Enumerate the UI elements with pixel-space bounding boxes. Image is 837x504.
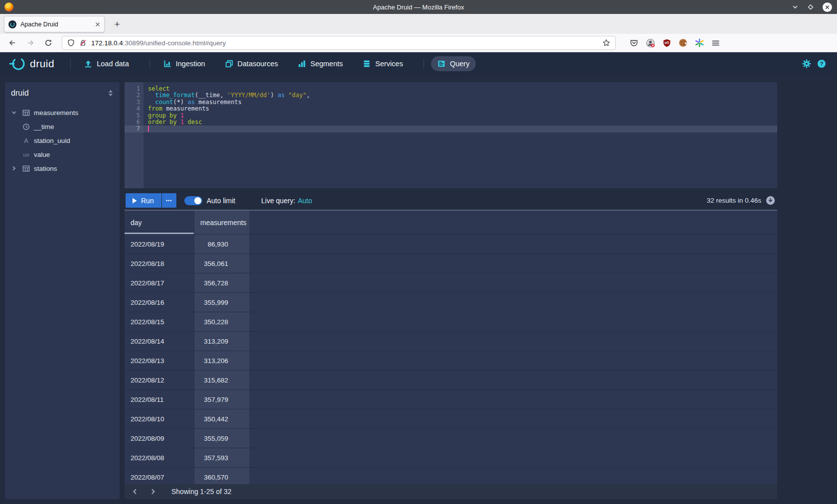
reload-icon[interactable] <box>41 36 56 50</box>
live-query-value[interactable]: Auto <box>298 197 312 205</box>
previous-page-icon[interactable] <box>128 484 142 499</box>
table-row[interactable]: 2022/08/17356,728 <box>125 273 777 293</box>
cell-measurements[interactable]: 313,209 <box>194 332 250 351</box>
cell-day[interactable]: 2022/08/17 <box>125 273 194 292</box>
nav-datasources[interactable]: Datasources <box>219 56 284 71</box>
code-line[interactable]: select <box>143 86 777 92</box>
ublock-origin-icon[interactable]: uO <box>663 39 671 47</box>
cell-measurements[interactable]: 86,930 <box>194 235 250 253</box>
table-row[interactable]: 2022/08/14313,209 <box>125 332 777 351</box>
cell-measurements[interactable]: 315,682 <box>194 371 250 389</box>
tree-item-stations[interactable]: stations <box>5 161 120 175</box>
settings-gear-icon[interactable] <box>799 56 814 71</box>
shield-icon[interactable] <box>67 39 75 47</box>
menu-hamburger-icon[interactable] <box>711 39 720 47</box>
sparkle-extension-icon[interactable] <box>695 38 704 47</box>
cell-day[interactable]: 2022/08/11 <box>125 390 194 409</box>
chevron-right-icon[interactable] <box>10 164 18 172</box>
table-row[interactable]: 2022/08/08357,593 <box>125 448 777 468</box>
code-line[interactable] <box>143 126 777 132</box>
table-row[interactable]: 2022/08/16355,999 <box>125 293 777 312</box>
table-row[interactable]: 2022/08/13313,206 <box>125 351 777 371</box>
close-tab-icon[interactable] <box>95 22 100 27</box>
tree-item-measurements[interactable]: measurements <box>5 106 120 120</box>
forward-icon[interactable] <box>23 36 38 50</box>
pocket-icon[interactable] <box>630 39 638 47</box>
table-row[interactable]: 2022/08/15350,228 <box>125 312 777 332</box>
cell-day[interactable]: 2022/08/14 <box>125 332 194 351</box>
cell-measurements[interactable]: 313,206 <box>194 351 250 370</box>
column-header-measurements[interactable]: measurements <box>194 211 250 234</box>
code-line[interactable]: count(*) as measurements <box>143 99 777 106</box>
cell-day[interactable]: 2022/08/15 <box>125 312 194 331</box>
chevron-down-icon[interactable] <box>10 109 18 117</box>
row-filler <box>250 351 777 370</box>
run-more-button[interactable]: ••• <box>162 193 176 208</box>
next-page-icon[interactable] <box>145 484 160 499</box>
cell-measurements[interactable]: 356,728 <box>194 273 250 292</box>
run-button[interactable]: Run <box>126 193 161 208</box>
column-header-day[interactable]: day <box>125 211 194 234</box>
table-row[interactable]: 2022/08/12315,682 <box>125 371 777 390</box>
nav-segments[interactable]: Segments <box>291 56 349 71</box>
code-line[interactable]: group by 1 <box>143 113 777 119</box>
table-row[interactable]: 2022/08/09355,059 <box>125 429 777 448</box>
results-table: day measurements 2022/08/1986,9302022/08… <box>125 211 777 499</box>
cell-day[interactable]: 2022/08/18 <box>125 254 194 273</box>
cell-measurements[interactable]: 355,059 <box>194 429 250 448</box>
help-icon[interactable]: ? <box>814 56 829 71</box>
download-results-icon[interactable] <box>766 196 775 205</box>
cell-day[interactable]: 2022/08/13 <box>125 351 194 370</box>
cell-day[interactable]: 2022/08/08 <box>125 448 194 467</box>
cell-day[interactable]: 2022/08/09 <box>125 429 194 448</box>
row-filler <box>250 273 777 292</box>
cell-measurements[interactable]: 350,442 <box>194 409 250 428</box>
minimize-icon[interactable] <box>792 3 799 10</box>
cell-day[interactable]: 2022/08/12 <box>125 371 194 389</box>
datasources-icon <box>225 60 233 68</box>
schema-select-caret-icon[interactable] <box>108 90 114 97</box>
tree-item-value[interactable]: 123 value <box>5 147 120 161</box>
back-icon[interactable] <box>5 36 20 50</box>
cell-measurements[interactable]: 357,593 <box>194 448 250 467</box>
nav-load-data[interactable]: Load data <box>78 56 136 71</box>
nav-label: Services <box>375 60 403 68</box>
nav-label: Load data <box>97 60 129 68</box>
cell-measurements[interactable]: 356,061 <box>194 254 250 273</box>
cookie-extension-icon[interactable] <box>679 38 688 47</box>
nav-services[interactable]: Services <box>356 56 410 71</box>
code-line[interactable]: order by 1 desc <box>143 119 777 126</box>
tree-label: __time <box>34 123 54 130</box>
row-filler <box>250 429 777 448</box>
cell-day[interactable]: 2022/08/19 <box>125 235 194 253</box>
url-text[interactable]: 172.18.0.4:30899/unified-console.html#qu… <box>91 39 598 47</box>
maximize-icon[interactable] <box>807 3 814 10</box>
sql-editor[interactable]: 1234567 select time_format(__time, 'YYYY… <box>125 82 777 188</box>
table-row[interactable]: 2022/08/18356,061 <box>125 254 777 273</box>
cell-measurements[interactable]: 357,979 <box>194 390 250 409</box>
cell-day[interactable]: 2022/08/16 <box>125 293 194 312</box>
auto-limit-toggle[interactable] <box>184 196 202 205</box>
nav-ingestion[interactable]: Ingestion <box>157 56 212 71</box>
cell-measurements[interactable]: 355,999 <box>194 293 250 312</box>
tab-apache-druid[interactable]: Apache Druid <box>4 16 105 32</box>
tree-item-station-uuid[interactable]: A station_uuid <box>5 133 120 147</box>
extension-account-icon[interactable] <box>646 38 655 48</box>
new-tab-button[interactable]: + <box>110 17 125 32</box>
table-row[interactable]: 2022/08/10350,442 <box>125 409 777 429</box>
lock-insecure-icon[interactable] <box>79 39 87 47</box>
nav-query[interactable]: Query <box>431 56 476 71</box>
code-line[interactable]: from measurements <box>143 106 777 112</box>
url-bar[interactable]: 172.18.0.4:30899/unified-console.html#qu… <box>62 36 616 50</box>
close-window-icon[interactable] <box>823 2 832 12</box>
code-line[interactable]: time_format(__time, 'YYYY/MM/dd') as "da… <box>143 92 777 99</box>
text-cursor <box>148 126 149 132</box>
table-row[interactable]: 2022/08/1986,930 <box>125 235 777 254</box>
tree-item-time[interactable]: __time <box>5 120 120 133</box>
line-number: 1 <box>125 86 143 92</box>
cell-measurements[interactable]: 350,228 <box>194 312 250 331</box>
table-row[interactable]: 2022/08/11357,979 <box>125 390 777 409</box>
cell-day[interactable]: 2022/08/10 <box>125 409 194 428</box>
druid-logo[interactable]: druid <box>9 56 54 72</box>
bookmark-star-icon[interactable] <box>602 39 610 47</box>
